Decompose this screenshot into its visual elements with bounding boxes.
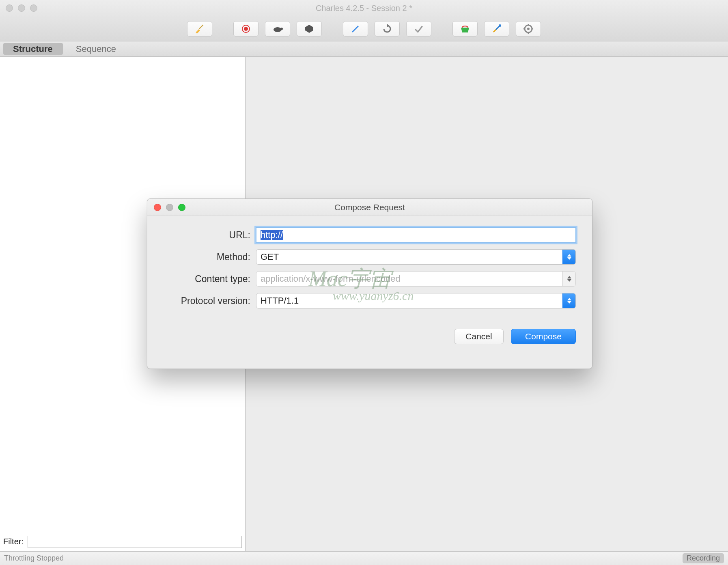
recording-status: Recording: [683, 553, 724, 563]
basket-button[interactable]: [452, 21, 478, 37]
content-type-combo[interactable]: application/x-www-form-urlencoded: [256, 271, 576, 287]
filter-input[interactable]: [28, 536, 242, 548]
cancel-button[interactable]: Cancel: [454, 329, 504, 344]
basket-icon: [460, 24, 470, 33]
protocol-select[interactable]: HTTP/1.1: [256, 293, 576, 308]
method-value: GET: [261, 252, 279, 262]
content-type-label: Content type:: [164, 274, 256, 285]
url-row: URL:: [164, 227, 576, 243]
tab-structure[interactable]: Structure: [3, 43, 63, 55]
repeat-button[interactable]: [375, 21, 400, 37]
protocol-label: Protocol version:: [164, 295, 256, 306]
method-select[interactable]: GET: [256, 249, 576, 265]
svg-point-5: [499, 24, 501, 27]
svg-point-2: [274, 27, 282, 32]
method-row: Method: GET: [164, 249, 576, 265]
chevron-updown-icon: [562, 272, 575, 286]
svg-marker-4: [305, 25, 313, 33]
compose-submit-button[interactable]: Compose: [511, 329, 576, 344]
breakpoints-button[interactable]: [297, 21, 322, 37]
tools-icon: [492, 24, 502, 34]
check-icon: [414, 24, 424, 34]
statusbar: Throttling Stopped Recording: [0, 551, 728, 565]
chevron-updown-icon: [562, 250, 575, 264]
dialog-titlebar: Compose Request: [147, 199, 592, 216]
turtle-icon: [272, 25, 283, 33]
dialog-title: Compose Request: [147, 203, 592, 212]
pencil-icon: [351, 24, 360, 34]
svg-point-3: [280, 28, 283, 30]
dialog-buttons: Cancel Compose: [147, 320, 592, 344]
url-label: URL:: [164, 230, 256, 241]
tools-button[interactable]: [484, 21, 509, 37]
breakpoint-icon: [305, 24, 314, 33]
validate-button[interactable]: [406, 21, 431, 37]
tab-sequence[interactable]: Sequence: [65, 41, 128, 56]
record-icon: [241, 24, 251, 34]
url-input[interactable]: [256, 227, 576, 243]
throttling-status: Throttling Stopped: [4, 554, 64, 563]
content-type-row: Content type: application/x-www-form-url…: [164, 271, 576, 287]
titlebar: Charles 4.2.5 - Session 2 *: [0, 0, 728, 16]
dialog-body: URL: Method: GET Content type: applicati: [147, 216, 592, 320]
gear-icon: [523, 24, 533, 34]
toolbar: [0, 16, 728, 41]
compose-request-dialog: Compose Request URL: Method: GET Content…: [147, 198, 592, 369]
method-label: Method:: [164, 252, 256, 263]
settings-button[interactable]: [516, 21, 541, 37]
filter-label: Filter:: [3, 537, 24, 546]
svg-point-1: [244, 27, 248, 31]
compose-button[interactable]: [343, 21, 368, 37]
chevron-updown-icon: [562, 293, 575, 308]
record-button[interactable]: [233, 21, 258, 37]
repeat-icon: [382, 24, 392, 34]
protocol-row: Protocol version: HTTP/1.1: [164, 293, 576, 308]
protocol-value: HTTP/1.1: [261, 295, 299, 306]
broom-icon: [194, 24, 205, 34]
svg-point-7: [527, 28, 530, 30]
window-title: Charles 4.2.5 - Session 2 *: [0, 4, 728, 13]
broom-button[interactable]: [187, 21, 212, 37]
throttle-button[interactable]: [265, 21, 290, 37]
filter-row: Filter:: [0, 532, 245, 551]
content-type-placeholder: application/x-www-form-urlencoded: [261, 274, 401, 284]
view-tabs: Structure Sequence: [0, 41, 728, 57]
